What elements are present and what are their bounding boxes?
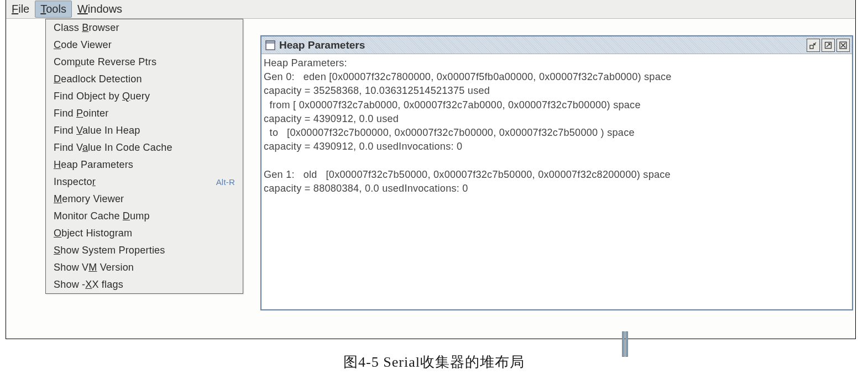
menu-mnemonic: F xyxy=(12,3,18,15)
menu-item-class-browser[interactable]: Class Browser xyxy=(46,19,243,36)
window-title: Heap Parameters xyxy=(279,39,365,51)
svg-rect-1 xyxy=(266,41,275,43)
desktop-pane: Class Browser Code Viewer Compute Revers… xyxy=(6,19,855,339)
shortcut-label: Alt-R xyxy=(216,177,235,187)
menubar: File Tools Windows xyxy=(6,0,855,19)
menu-item-show-xx-flags[interactable]: Show -XX flags xyxy=(46,276,243,293)
menu-item-compute-reverse-ptrs[interactable]: Compute Reverse Ptrs xyxy=(46,54,243,71)
menu-file[interactable]: File xyxy=(6,1,35,18)
heap-parameters-window: Heap Parameters Heap Parameters: Gen 0: … xyxy=(260,35,853,310)
menu-mnemonic: W xyxy=(77,3,88,15)
menu-item-show-system-properties[interactable]: Show System Properties xyxy=(46,242,243,259)
heap-parameters-output: Heap Parameters: Gen 0: eden [0x00007f32… xyxy=(262,54,852,198)
menu-item-monitor-cache-dump[interactable]: Monitor Cache Dump xyxy=(46,208,243,225)
window-titlebar[interactable]: Heap Parameters xyxy=(262,36,852,54)
menu-item-find-object-by-query[interactable]: Find Object by Query xyxy=(46,88,243,105)
figure-caption: 图4-5 Serial收集器的堆布局 xyxy=(0,352,868,372)
menu-item-show-vm-version[interactable]: Show VM Version xyxy=(46,259,243,276)
menu-item-deadlock-detection[interactable]: Deadlock Detection xyxy=(46,71,243,88)
menu-item-heap-parameters[interactable]: Heap Parameters xyxy=(46,156,243,173)
menu-mnemonic: T xyxy=(40,3,46,15)
menu-item-find-pointer[interactable]: Find Pointer xyxy=(46,105,243,122)
tools-dropdown: Class Browser Code Viewer Compute Revers… xyxy=(45,19,243,294)
svg-rect-2 xyxy=(810,45,813,49)
menu-item-find-value-in-code-cache[interactable]: Find Value In Code Cache xyxy=(46,139,243,156)
menu-item-inspector[interactable]: InspectorAlt-R xyxy=(46,173,243,191)
split-pane-divider[interactable] xyxy=(622,331,629,357)
menu-item-code-viewer[interactable]: Code Viewer xyxy=(46,36,243,54)
menu-item-object-histogram[interactable]: Object Histogram xyxy=(46,225,243,242)
minimize-button[interactable] xyxy=(807,39,820,52)
menu-tools[interactable]: Tools xyxy=(35,1,72,18)
menu-item-memory-viewer[interactable]: Memory Viewer xyxy=(46,191,243,208)
menu-windows[interactable]: Windows xyxy=(72,1,128,18)
application-frame: File Tools Windows Class Browser Code Vi… xyxy=(6,0,856,339)
maximize-button[interactable] xyxy=(822,39,835,52)
menu-label-post: indows xyxy=(88,3,122,15)
close-button[interactable] xyxy=(836,39,850,52)
window-icon xyxy=(265,40,276,51)
menu-label-post: ile xyxy=(18,3,29,15)
menu-item-find-value-in-heap[interactable]: Find Value In Heap xyxy=(46,122,243,139)
menu-label-post: ools xyxy=(46,3,66,15)
